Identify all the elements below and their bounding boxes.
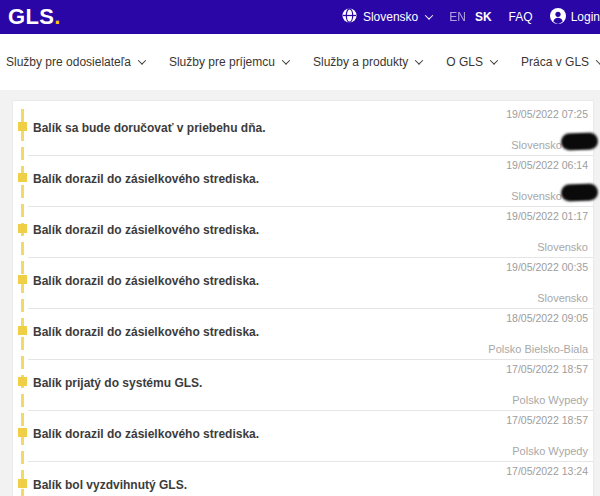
timeline-entries: 19/05/2022 07:25 Balík sa bude doručovať… — [13, 105, 593, 496]
entry-datetime: 17/05/2022 18:57 — [33, 363, 588, 375]
entry-location: Slovensko — [33, 241, 588, 253]
timeline-marker-icon — [18, 428, 27, 437]
nav-item-2[interactable]: Služby pre príjemcu — [169, 55, 289, 69]
entry-status-message: Balík dorazil do zásielkového strediska. — [33, 275, 588, 288]
nav-item-label: Služby a produkty — [313, 55, 408, 69]
nav-item-1[interactable]: Služby pre odosielateľa — [6, 55, 145, 69]
nav-item-label: Služby pre príjemcu — [169, 55, 275, 69]
timeline-entry: 17/05/2022 18:57 Balík prijatý do systém… — [28, 360, 593, 411]
top-header: GLS. Slovensko EN SK FAQ Login — [0, 0, 600, 34]
entry-datetime: 19/05/2022 00:35 — [33, 261, 588, 273]
faq-link[interactable]: FAQ — [509, 10, 533, 24]
timeline-entry: 19/05/2022 06:14 Balík dorazil do zásiel… — [28, 156, 593, 207]
nav-item-3[interactable]: Služby a produkty — [313, 55, 422, 69]
main-navigation: Služby pre odosielateľa Služby pre príje… — [0, 34, 600, 90]
timeline-entry: 19/05/2022 07:25 Balík sa bude doručovať… — [28, 105, 593, 156]
timeline-marker-icon — [18, 173, 27, 182]
entry-location: Slovensko — [33, 190, 588, 202]
entry-location: Polsko Wypedy — [33, 445, 588, 457]
chevron-down-icon — [490, 56, 498, 64]
redaction-blob — [561, 132, 599, 150]
timeline-entry: 17/05/2022 18:57 Balík dorazil do zásiel… — [28, 411, 593, 462]
lang-en[interactable]: EN — [449, 10, 466, 24]
chevron-down-icon — [282, 56, 290, 64]
nav-item-5[interactable]: Práca v GLS — [521, 55, 600, 69]
timeline-entry: 19/05/2022 01:17 Balík dorazil do zásiel… — [28, 207, 593, 258]
redaction-blob — [561, 183, 599, 201]
header-actions: Slovensko EN SK FAQ Login — [342, 8, 600, 27]
login-link[interactable]: Login — [550, 8, 600, 27]
timeline-entry: 18/05/2022 09:05 Balík dorazil do zásiel… — [28, 309, 593, 360]
entry-status-message: Balík dorazil do zásielkového strediska. — [33, 428, 588, 441]
logo-text: GLS — [8, 4, 54, 29]
language-switcher: EN SK — [449, 10, 491, 24]
user-icon — [550, 8, 566, 27]
timeline-marker-icon — [18, 377, 27, 386]
entry-status-message: Balík dorazil do zásielkového strediska. — [33, 224, 588, 237]
timeline-entry: 17/05/2022 13:24 Balík bol vyzdvihnutý G… — [28, 462, 593, 496]
timeline-marker-icon — [18, 479, 27, 488]
entry-status-message: Balík bol vyzdvihnutý GLS. — [33, 479, 588, 492]
timeline-dashed-line — [21, 109, 24, 496]
login-label: Login — [571, 10, 600, 24]
entry-datetime: 19/05/2022 01:17 — [33, 210, 588, 222]
chevron-down-icon — [415, 56, 423, 64]
page-body: 19/05/2022 07:25 Balík sa bude doručovať… — [0, 90, 600, 496]
country-selector[interactable]: Slovensko — [342, 8, 432, 26]
entry-location: Slovensko — [33, 139, 588, 151]
chevron-down-icon — [138, 56, 146, 64]
globe-icon — [342, 8, 357, 26]
entry-status-message: Balík prijatý do systému GLS. — [33, 377, 588, 390]
nav-item-label: Práca v GLS — [521, 55, 589, 69]
timeline-marker-icon — [18, 275, 27, 284]
entry-location: Polsko Wypedy — [33, 394, 588, 406]
entry-datetime: 19/05/2022 06:14 — [33, 159, 588, 171]
entry-datetime: 18/05/2022 09:05 — [33, 312, 588, 324]
entry-status-message: Balík dorazil do zásielkového strediska. — [33, 326, 588, 339]
gls-logo[interactable]: GLS. — [8, 6, 61, 28]
timeline-marker-icon — [18, 122, 27, 131]
entry-location: Slovensko — [33, 292, 588, 304]
chevron-down-icon — [425, 11, 433, 19]
logo-dot: . — [54, 4, 60, 29]
timeline-entry: 19/05/2022 00:35 Balík dorazil do zásiel… — [28, 258, 593, 309]
entry-datetime: 19/05/2022 07:25 — [33, 108, 588, 120]
nav-item-4[interactable]: O GLS — [446, 55, 497, 69]
chevron-down-icon — [596, 56, 600, 64]
timeline-marker-icon — [18, 326, 27, 335]
entry-location: Polsko Bielsko-Biala — [33, 343, 588, 355]
timeline-marker-icon — [18, 224, 27, 233]
entry-status-message: Balík sa bude doručovať v priebehu dňa. — [33, 122, 588, 135]
country-label: Slovensko — [363, 10, 418, 24]
nav-item-label: O GLS — [446, 55, 483, 69]
entry-datetime: 17/05/2022 18:57 — [33, 414, 588, 426]
entry-status-message: Balík dorazil do zásielkového strediska. — [33, 173, 588, 186]
lang-sk[interactable]: SK — [475, 10, 492, 24]
nav-item-label: Služby pre odosielateľa — [6, 55, 131, 69]
tracking-history-card: 19/05/2022 07:25 Balík sa bude doručovať… — [12, 100, 594, 496]
entry-datetime: 17/05/2022 13:24 — [33, 465, 588, 477]
